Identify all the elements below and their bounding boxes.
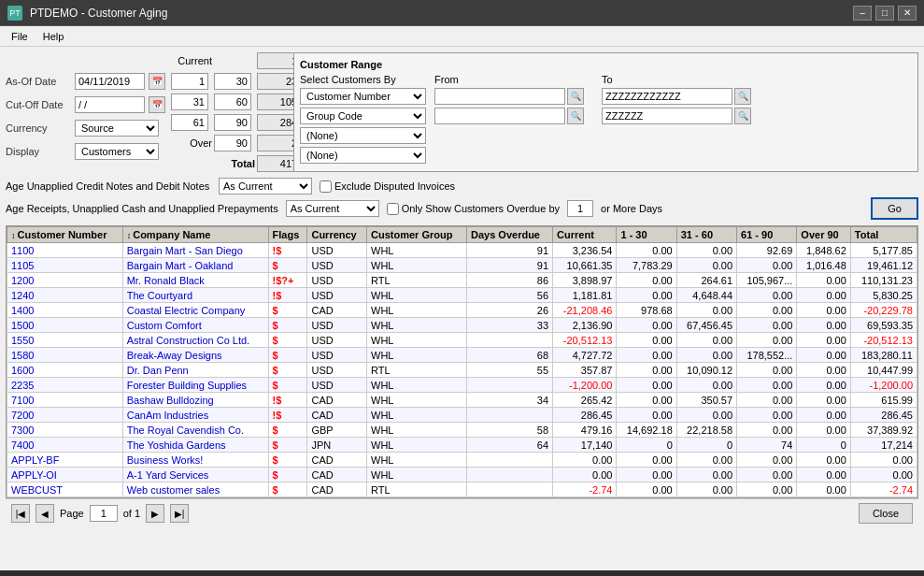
cutoff-date-input[interactable] (75, 96, 145, 113)
next-page-btn[interactable]: ▶ (146, 504, 164, 523)
over-from[interactable] (214, 135, 251, 151)
table-row[interactable]: 7200CanAm Industries!$CADWHL286.450.000.… (7, 408, 917, 423)
select-by-1[interactable]: Customer Number (300, 88, 426, 105)
last-page-btn[interactable]: ▶| (170, 504, 189, 523)
asof-label: As-Of Date (6, 76, 71, 87)
col-header-days-overdue[interactable]: Days Overdue (467, 227, 553, 243)
menu-help[interactable]: Help (36, 29, 72, 44)
band3-from[interactable] (171, 114, 208, 131)
display-group: Display Customers (6, 143, 165, 160)
currency-select[interactable]: Source (75, 120, 159, 137)
cell-1-30: 0.00 (617, 453, 676, 468)
from-1-search-btn[interactable]: 🔍 (567, 88, 584, 105)
first-page-btn[interactable]: |◀ (11, 504, 30, 523)
cell-flags: !$ (268, 393, 307, 408)
table-row[interactable]: 1580Break-Away Designs$USDWHL684,727.720… (7, 348, 917, 363)
only-show-overdue-checkbox[interactable] (387, 203, 399, 215)
cell-current: -21,208.46 (553, 303, 617, 318)
table-row[interactable]: WEBCUSTWeb customer sales$CADRTL-2.740.0… (7, 482, 917, 497)
col-header-customer-number[interactable]: ↕Customer Number (7, 227, 123, 243)
from-2-search-btn[interactable]: 🔍 (567, 108, 584, 124)
table-row[interactable]: 1105Bargain Mart - Oakland$USDWHL9110,66… (7, 258, 917, 273)
table-row[interactable]: 1550Astral Construction Co Ltd.$USDWHL-2… (7, 333, 917, 348)
cell-days (467, 408, 553, 423)
band2-from[interactable] (171, 94, 208, 110)
from-1-input[interactable] (434, 88, 565, 105)
table-row[interactable]: 1600Dr. Dan Penn$USDRTL55357.870.0010,09… (7, 363, 917, 378)
from-2-input[interactable] (434, 108, 565, 124)
close-btn[interactable]: Close (859, 503, 913, 524)
col-header-31-60[interactable]: 31 - 60 (676, 227, 736, 243)
to-2-search-btn[interactable]: 🔍 (734, 108, 751, 124)
cell-cust-num: 1580 (7, 348, 123, 363)
col-header-group[interactable]: Customer Group (367, 227, 467, 243)
age-receipts-select[interactable]: As Current (286, 200, 379, 217)
cell-current: 286.45 (553, 408, 617, 423)
overdue-days-input[interactable] (567, 200, 593, 217)
table-row[interactable]: 7400The Yoshida Gardens$JPNWHL6417,14000… (7, 438, 917, 453)
col-header-current[interactable]: Current (553, 227, 617, 243)
cell-group: WHL (367, 438, 467, 453)
cell-cust-num: WEBCUST (7, 482, 123, 497)
cell-flags: $ (268, 258, 307, 273)
asof-cal-btn[interactable]: 📅 (149, 73, 165, 90)
band2-to[interactable] (214, 94, 251, 110)
cell-days (467, 453, 553, 468)
col-header-company-name[interactable]: ↕Company Name (122, 227, 268, 243)
table-row[interactable]: 1100Bargain Mart - San Diego!$USDWHL913,… (7, 243, 917, 258)
band1-to[interactable] (214, 73, 251, 90)
prev-page-btn[interactable]: ◀ (36, 504, 54, 523)
table-row[interactable]: APPLY-BFBusiness Works!$CADWHL0.000.000.… (7, 453, 917, 468)
band3-to[interactable] (214, 114, 251, 131)
table-row[interactable]: APPLY-OIA-1 Yard Services$CADWHL0.000.00… (7, 468, 917, 482)
table-row[interactable]: 1200Mr. Ronald Black!$?+USDRTL863,898.97… (7, 273, 917, 288)
col-header-flags[interactable]: Flags (268, 227, 307, 243)
cell-cust-num: 1105 (7, 258, 123, 273)
menu-file[interactable]: File (4, 29, 36, 44)
minimize-btn[interactable]: – (853, 6, 872, 21)
table-row[interactable]: 1400Coastal Electric Company$CADWHL26-21… (7, 303, 917, 318)
to-1-search-btn[interactable]: 🔍 (734, 88, 751, 105)
cutoff-cal-btn[interactable]: 📅 (149, 96, 165, 113)
table-row[interactable]: 1240The Courtyard!$USDWHL561,181.810.004… (7, 288, 917, 303)
current-label: Current (171, 55, 212, 66)
go-button[interactable]: Go (871, 197, 918, 220)
cell-flags: $ (268, 423, 307, 438)
cell-group: RTL (367, 363, 467, 378)
col-header-1-30[interactable]: 1 - 30 (617, 227, 676, 243)
select-by-3[interactable]: (None) (300, 127, 426, 144)
to-1-input[interactable] (602, 88, 732, 105)
col-header-61-90[interactable]: 61 - 90 (737, 227, 797, 243)
cell-31-60: 0.00 (676, 348, 736, 363)
exclude-disputed-check[interactable]: Exclude Disputed Invoices (320, 180, 455, 193)
col-header-over-90[interactable]: Over 90 (797, 227, 851, 243)
close-window-btn[interactable]: ✕ (898, 6, 917, 21)
cell-total: 0.00 (850, 468, 917, 482)
cell-cust-num: 1240 (7, 288, 123, 303)
or-more-days-label: or More Days (601, 203, 662, 214)
asof-date-input[interactable] (75, 73, 145, 90)
maximize-btn[interactable]: □ (875, 6, 894, 21)
table-row[interactable]: 1500Custom Comfort$USDWHL332,136.900.006… (7, 318, 917, 333)
age-unapplied-select[interactable]: As Current (219, 178, 312, 194)
cell-company: The Royal Cavendish Co. (122, 423, 268, 438)
cell-31-60: 0.00 (676, 453, 736, 468)
table-row[interactable]: 7300The Royal Cavendish Co.$GBPWHL58479.… (7, 423, 917, 438)
cell-flags: $ (268, 482, 307, 497)
band1-from[interactable] (171, 73, 208, 90)
cell-company: Dr. Dan Penn (122, 363, 268, 378)
select-by-2[interactable]: Group Code (300, 108, 426, 124)
to-2-input[interactable] (602, 108, 732, 124)
cell-31-60: 0.00 (676, 378, 736, 393)
exclude-disputed-checkbox[interactable] (320, 180, 332, 193)
page-input[interactable] (90, 505, 118, 522)
select-by-4[interactable]: (None) (300, 147, 426, 164)
cell-cust-num: 7300 (7, 423, 123, 438)
col-header-currency[interactable]: Currency (307, 227, 367, 243)
display-select[interactable]: Customers (75, 143, 159, 160)
col-header-total[interactable]: Total (850, 227, 917, 243)
cell-company: CanAm Industries (122, 408, 268, 423)
cell-group: WHL (367, 303, 467, 318)
table-row[interactable]: 7100Bashaw Bulldozing!$CADWHL34265.420.0… (7, 393, 917, 408)
table-row[interactable]: 2235Forester Building Supplies$USDWHL-1,… (7, 378, 917, 393)
